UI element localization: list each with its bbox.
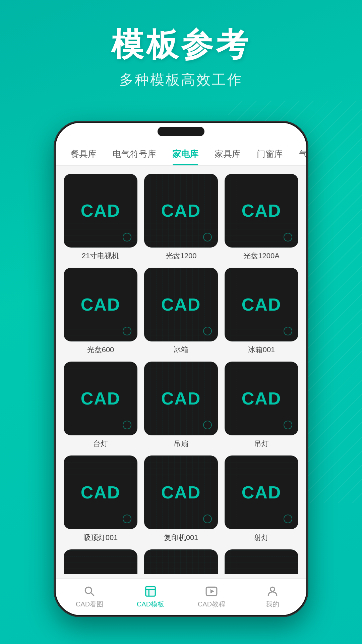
cad-logo-text: CAD: [81, 388, 121, 409]
template-icon: [144, 585, 157, 598]
phone-frame: 餐具库 电气符号库 家电库 家具库 门窗库 气 CAD 21寸电视机 CAD 光…: [54, 121, 308, 617]
cad-thumbnail: CAD: [64, 268, 137, 341]
template-label: 吸顶灯001: [83, 533, 118, 543]
cad-thumbnail: CAD: [144, 549, 218, 574]
template-label: 光盘1200A: [243, 251, 280, 261]
svg-rect-5: [146, 587, 156, 596]
category-tab-bar: 餐具库 电气符号库 家电库 家具库 门窗库 气: [56, 123, 306, 166]
cad-logo-text: CAD: [81, 482, 121, 502]
phone-mockup: 餐具库 电气符号库 家电库 家具库 门窗库 气 CAD 21寸电视机 CAD 光…: [54, 121, 308, 617]
template-label: 21寸电视机: [82, 251, 119, 261]
template-grid-container: CAD 21寸电视机 CAD 光盘1200 CAD 光盘1200A CAD 光盘…: [56, 166, 306, 574]
tab-jiaju[interactable]: 家具库: [206, 143, 249, 165]
phone-screen: 餐具库 电气符号库 家电库 家具库 门窗库 气 CAD 21寸电视机 CAD 光…: [56, 123, 306, 615]
cad-logo-text: CAD: [242, 201, 282, 221]
cad-thumbnail: CAD: [225, 549, 298, 574]
nav-viewer-label: CAD看图: [76, 600, 103, 609]
nav-item-tutorial[interactable]: CAD教程: [181, 585, 242, 609]
template-grid: CAD 21寸电视机 CAD 光盘1200 CAD 光盘1200A CAD 光盘…: [64, 174, 298, 574]
cad-thumbnail: CAD: [64, 174, 137, 248]
template-item-4[interactable]: CAD 光盘600: [64, 268, 137, 355]
nav-mine-label: 我的: [266, 600, 279, 609]
template-item-8[interactable]: CAD 吊扇: [144, 362, 218, 449]
template-item-2[interactable]: CAD 光盘1200: [144, 174, 218, 261]
cad-thumbnail: CAD: [225, 455, 298, 529]
template-label: 光盘1200: [166, 251, 197, 261]
template-item-11[interactable]: CAD 复印机001: [144, 455, 218, 543]
cad-logo-text: CAD: [242, 482, 282, 502]
tab-menchuang[interactable]: 门窗库: [249, 143, 291, 165]
tab-jiadian[interactable]: 家电库: [164, 143, 206, 165]
cad-logo-text: CAD: [81, 294, 121, 315]
search-icon: [83, 585, 96, 598]
cad-logo-text: CAD: [242, 388, 282, 409]
tab-dianqi-fuhao[interactable]: 电气符号库: [105, 143, 164, 165]
cad-logo-text: CAD: [161, 482, 201, 502]
cad-thumbnail: CAD: [225, 362, 298, 435]
cad-thumbnail: CAD: [144, 268, 218, 341]
template-label: 吊灯: [254, 439, 269, 449]
template-item-1[interactable]: CAD 21寸电视机: [64, 174, 137, 261]
cad-thumbnail: CAD: [225, 268, 298, 341]
header-section: 模板参考 多种模板高效工作: [0, 0, 362, 109]
page-subtitle: 多种模板高效工作: [0, 70, 362, 89]
template-item-13[interactable]: CAD: [64, 549, 137, 574]
template-label: 光盘600: [87, 345, 114, 355]
page-title: 模板参考: [0, 27, 362, 62]
template-label: 复印机001: [164, 533, 198, 543]
cad-thumbnail: CAD: [64, 549, 137, 574]
template-item-3[interactable]: CAD 光盘1200A: [225, 174, 298, 261]
cad-logo-text: CAD: [161, 388, 201, 409]
template-item-9[interactable]: CAD 吊灯: [225, 362, 298, 449]
template-item-6[interactable]: CAD 冰箱001: [225, 268, 298, 355]
svg-point-8: [270, 587, 275, 591]
template-item-12[interactable]: CAD 射灯: [225, 455, 298, 543]
tab-canju[interactable]: 餐具库: [62, 143, 105, 165]
cad-thumbnail: CAD: [144, 362, 218, 435]
nav-item-viewer[interactable]: CAD看图: [59, 585, 120, 609]
nav-item-template[interactable]: CAD模板: [120, 585, 181, 609]
template-item-5[interactable]: CAD 冰箱: [144, 268, 218, 355]
cad-logo-text: CAD: [161, 201, 201, 221]
nav-template-label: CAD模板: [137, 600, 164, 609]
cad-logo-text: CAD: [242, 294, 282, 315]
cad-thumbnail: CAD: [64, 455, 137, 529]
tab-qi[interactable]: 气: [291, 143, 306, 165]
template-label: 射灯: [254, 533, 269, 543]
template-label: 吊扇: [174, 439, 188, 449]
play-icon: [205, 585, 218, 598]
cad-thumbnail: CAD: [144, 174, 218, 248]
user-icon: [266, 585, 279, 598]
cad-thumbnail: CAD: [144, 455, 218, 529]
nav-tutorial-label: CAD教程: [198, 600, 225, 609]
cad-thumbnail: CAD: [64, 362, 137, 435]
svg-marker-7: [210, 589, 214, 594]
cad-thumbnail: CAD: [225, 174, 298, 248]
template-item-7[interactable]: CAD 台灯: [64, 362, 137, 449]
template-item-15[interactable]: CAD: [225, 549, 298, 574]
template-item-10[interactable]: CAD 吸顶灯001: [64, 455, 137, 543]
cad-logo-text: CAD: [161, 294, 201, 315]
template-item-14[interactable]: CAD: [144, 549, 218, 574]
template-label: 冰箱001: [248, 345, 275, 355]
template-label: 冰箱: [174, 345, 188, 355]
nav-item-mine[interactable]: 我的: [242, 585, 303, 609]
bottom-navigation: CAD看图 CAD模板 CAD教程: [56, 578, 306, 615]
svg-line-1: [91, 593, 94, 596]
cad-logo-text: CAD: [81, 201, 121, 221]
template-label: 台灯: [93, 439, 108, 449]
